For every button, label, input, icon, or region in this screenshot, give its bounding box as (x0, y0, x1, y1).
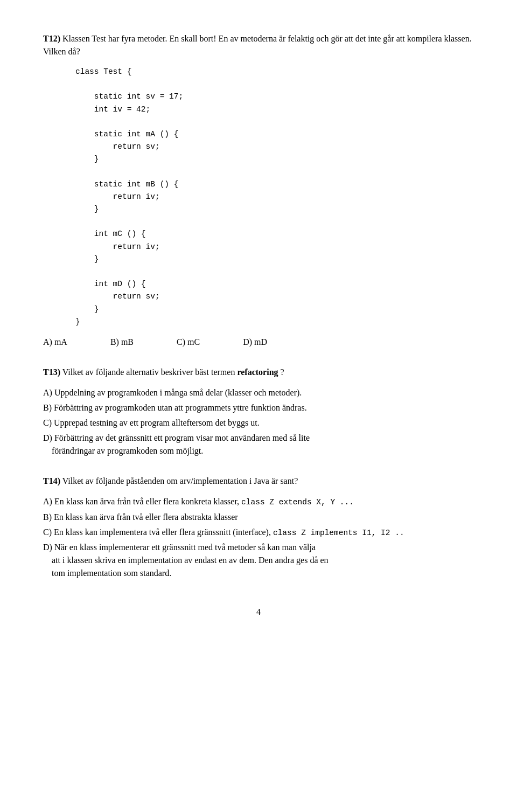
question-t12-answers-row: A) mA B) mB C) mC D) mD (43, 336, 474, 349)
question-t12-text: T12) Klassen Test har fyra metoder. En s… (43, 32, 474, 58)
answer-t14-b: B) En klass kan ärva från två eller fler… (43, 511, 474, 524)
answer-t14-d: D) När en klass implementerar ett gränss… (43, 541, 474, 580)
question-t12-code: class Test { static int sv = 17; int iv … (75, 66, 474, 328)
question-t13: T13) Vilket av följande alternativ beskr… (43, 366, 474, 457)
answer-t12-b: B) mB (110, 336, 134, 349)
answer-t13-a: A) Uppdelning av programkoden i många sm… (43, 386, 474, 399)
question-t13-answers: A) Uppdelning av programkoden i många sm… (43, 386, 474, 457)
answer-t14-a: A) En klass kan ärva från två eller fler… (43, 495, 474, 509)
question-t12: T12) Klassen Test har fyra metoder. En s… (43, 32, 474, 349)
question-t13-text: T13) Vilket av följande alternativ beskr… (43, 366, 474, 379)
question-t14: T14) Vilket av följande påståenden om ar… (43, 475, 474, 580)
question-t14-text: T14) Vilket av följande påståenden om ar… (43, 475, 474, 488)
question-t14-answers: A) En klass kan ärva från två eller fler… (43, 495, 474, 580)
page-number: 4 (43, 606, 474, 619)
answer-t14-c: C) En klass kan implementera två eller f… (43, 526, 474, 539)
answer-t12-d: D) mD (243, 336, 267, 349)
answer-t12-a: A) mA (43, 336, 67, 349)
answer-t13-c: C) Upprepad testning av ett program allt… (43, 417, 474, 429)
answer-t13-d: D) Förbättring av det gränssnitt ett pro… (43, 432, 474, 457)
answer-t12-c: C) mC (177, 336, 200, 349)
answer-t13-b: B) Förbättring av programkoden utan att … (43, 401, 474, 414)
